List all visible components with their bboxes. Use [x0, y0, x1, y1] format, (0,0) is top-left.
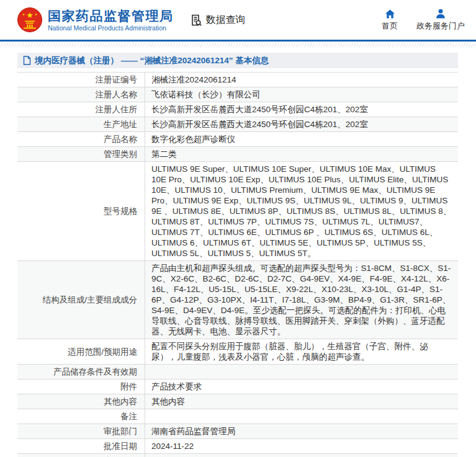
site-header: ★ ★ ★ 国家药品监督管理局 National Medical Product…: [0, 0, 476, 40]
row-label: 注册人住所: [17, 102, 145, 117]
nav-portal[interactable]: 政务服务门户: [416, 9, 465, 32]
row-value: 飞依诺科技（长沙）有限公司: [145, 87, 458, 102]
row-label: 注册人名称: [17, 87, 145, 102]
row-value: 产品技术要求: [145, 379, 458, 394]
row-value: 第二类: [145, 147, 458, 161]
row-value: 湘械注准20242061214: [145, 73, 458, 87]
table-row: 适用范围/预期用途 配置不同探头分别应用于腹部（脏器、胎儿），生殖器官（子宫、附…: [17, 339, 458, 365]
row-value: 湖南省药品监督管理局: [145, 424, 458, 438]
row-label: 产品名称: [17, 132, 145, 146]
row-label: 适用范围/预期用途: [17, 339, 145, 364]
table-row: 型号规格 ULTIMUS 9E Super、ULTIMUS 10E Super、…: [17, 162, 458, 261]
row-label: 生产地址: [17, 117, 145, 131]
svg-text:★: ★: [26, 11, 34, 20]
svg-text:★: ★: [22, 12, 25, 16]
row-value: 产品由主机和超声探头组成。可选配的超声探头型号为：S1-8CM、S1-8CX、S…: [145, 261, 458, 339]
row-label: 结构及组成/主要组成成分: [17, 261, 145, 339]
table-row: 结构及组成/主要组成成分 产品由主机和超声探头组成。可选配的超声探头型号为：S1…: [17, 261, 458, 339]
table-row: 其他内容 其他内容: [17, 394, 458, 409]
site-title: 国家药品监督管理局: [48, 9, 174, 23]
top-links: 首页 政务服务门户: [382, 9, 467, 32]
table-row: 注册证编号 湘械注准20242061214: [17, 73, 458, 87]
row-label: 备注: [17, 409, 145, 424]
row-value: 2024-11-22: [145, 454, 458, 457]
row-value: 数字化彩色超声诊断仪: [145, 132, 458, 146]
table-row: 备注: [17, 409, 458, 424]
brand: ★ ★ ★ 国家药品监督管理局 National Medical Product…: [17, 7, 174, 32]
registration-info-table: 注册证编号 湘械注准20242061214 注册人名称 飞依诺科技（长沙）有限公…: [17, 72, 458, 457]
row-label: 注册证编号: [17, 73, 145, 87]
svg-text:★: ★: [35, 12, 38, 16]
row-value: 长沙高新开发区岳麓西大道2450号环创园C4栋201、202室: [145, 117, 458, 131]
row-label: 批准日期: [17, 439, 145, 453]
row-value: 配置不同探头分别应用于腹部（脏器、胎儿），生殖器官（子宫、附件、泌尿），儿童腹部…: [145, 339, 458, 364]
row-value: [145, 409, 458, 424]
table-row: 生产地址 长沙高新开发区岳麓西大道2450号环创园C4栋201、202室: [17, 117, 458, 132]
document-icon: [23, 56, 31, 65]
table-row: 批准日期 2024-11-22: [17, 439, 458, 454]
doc-search-icon: [190, 14, 203, 27]
nav-portal-label: 政务服务门户: [416, 20, 465, 32]
row-label: 其他内容: [17, 394, 145, 409]
main-content: 境内医疗器械（注册） —— “湘械注准20242061214” 基本信息 注册证…: [0, 47, 476, 457]
row-label: 产品储存条件及有效期: [17, 365, 145, 379]
row-value: 2024-11-22: [145, 439, 458, 453]
nav-home[interactable]: 首页: [382, 9, 398, 32]
row-label: 管理类别: [17, 147, 145, 161]
row-value: 长沙高新开发区岳麓西大道2450号环创园C4栋201、202室: [145, 102, 458, 117]
brand-text: 国家药品监督管理局 National Medical Products Admi…: [48, 9, 174, 32]
table-row: 审批部门 湖南省药品监督管理局: [17, 424, 458, 439]
user-icon: [436, 9, 446, 19]
table-row: 产品储存条件及有效期: [17, 365, 458, 379]
table-row: 注册人名称 飞依诺科技（长沙）有限公司: [17, 87, 458, 102]
row-label: 型号规格: [17, 162, 145, 260]
nav-data-query-label: 数据查询: [206, 14, 246, 27]
table-row: 管理类别 第二类: [17, 147, 458, 162]
row-value: [145, 365, 458, 379]
table-row: 产品名称 数字化彩色超声诊断仪: [17, 132, 458, 147]
nav-data-query[interactable]: 数据查询: [190, 14, 246, 27]
site-subtitle: National Medical Products Administration: [48, 24, 174, 32]
breadcrumb: 境内医疗器械（注册） —— “湘械注准20242061214” 基本信息: [17, 53, 458, 68]
table-row: 注册人住所 长沙高新开发区岳麓西大道2450号环创园C4栋201、202室: [17, 102, 458, 117]
table-row: 附件 产品技术要求: [17, 379, 458, 394]
row-value: 其他内容: [145, 394, 458, 409]
breadcrumb-text: 境内医疗器械（注册） —— “湘械注准20242061214” 基本信息: [35, 55, 269, 66]
row-label: 审批部门: [17, 424, 145, 438]
row-label: 生效日期: [17, 454, 145, 457]
hatch-band: [0, 43, 476, 47]
row-value: ULTIMUS 9E Super、ULTIMUS 10E Super、ULTIM…: [145, 162, 458, 260]
table-row: 生效日期 2024-11-22: [17, 454, 458, 457]
national-emblem-icon: ★ ★ ★: [17, 7, 42, 32]
row-label: 附件: [17, 379, 145, 394]
nav-home-label: 首页: [382, 20, 398, 32]
home-icon: [385, 9, 395, 19]
